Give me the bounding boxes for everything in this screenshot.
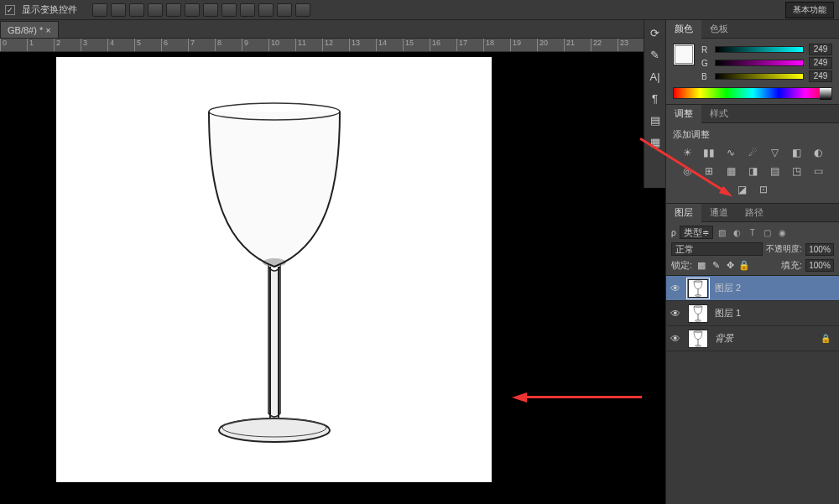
checkbox-label: 显示变换控件: [22, 3, 77, 16]
b-value[interactable]: 249: [809, 70, 832, 82]
align-icon[interactable]: [277, 3, 292, 17]
align-icon[interactable]: [111, 3, 126, 17]
b-slider[interactable]: [715, 73, 804, 80]
layer-name[interactable]: 背景: [715, 332, 733, 345]
brightness-icon[interactable]: ☀: [679, 146, 696, 159]
canvas[interactable]: [56, 57, 492, 482]
align-icon[interactable]: [221, 3, 237, 17]
document-tab[interactable]: GB/8#) * ×: [0, 21, 59, 38]
align-icon[interactable]: [92, 3, 107, 17]
filter-pixel-icon[interactable]: ▧: [717, 226, 728, 238]
r-label: R: [701, 45, 710, 55]
ruler-tick: 12: [322, 39, 349, 52]
align-icon[interactable]: [185, 3, 200, 17]
checkbox[interactable]: ✓: [5, 5, 15, 15]
g-slider[interactable]: [715, 60, 804, 66]
brush-icon[interactable]: ✎: [647, 47, 664, 62]
svg-point-1: [219, 418, 330, 442]
layer-name[interactable]: 图层 1: [715, 307, 741, 320]
foreground-color-swatch[interactable]: [673, 44, 695, 65]
filter-adjust-icon[interactable]: ◐: [732, 226, 743, 238]
opacity-label: 不透明度:: [766, 243, 802, 255]
ruler-tick: 11: [295, 39, 322, 52]
ruler-horizontal: 01234567891011121314151617181920212223: [0, 39, 665, 52]
tab-color[interactable]: 颜色: [666, 20, 701, 39]
layer-row[interactable]: 👁图层 1: [666, 301, 839, 326]
align-icon[interactable]: [166, 3, 181, 17]
ruler-tick: 13: [349, 39, 376, 52]
filter-text-icon[interactable]: T: [747, 226, 758, 238]
layer-row[interactable]: 👁背景🔒: [666, 326, 839, 351]
lock-transparent-icon[interactable]: ▩: [696, 260, 707, 272]
panel-icon[interactable]: ▤: [647, 112, 664, 127]
visibility-eye-icon[interactable]: 👁: [670, 308, 681, 320]
layer-thumbnail[interactable]: [688, 304, 708, 323]
bw-icon[interactable]: ◐: [810, 146, 826, 159]
svg-point-6: [696, 294, 701, 296]
ruler-tick: 8: [215, 39, 242, 52]
vibrance-icon[interactable]: ▽: [766, 146, 783, 159]
color-panel: 颜色 色板 R249 G249 B249: [666, 20, 839, 104]
ruler-tick: 17: [456, 39, 483, 52]
invert-icon[interactable]: ◨: [744, 164, 761, 178]
ruler-tick: 1: [27, 39, 54, 52]
history-icon[interactable]: ⟳: [647, 25, 664, 40]
ruler-tick: 7: [188, 39, 215, 52]
lock-position-icon[interactable]: ✥: [724, 260, 736, 272]
tab-paths[interactable]: 路径: [737, 204, 772, 222]
svg-point-4: [694, 280, 702, 281]
r-slider[interactable]: [715, 46, 804, 53]
ruler-tick: 22: [591, 39, 618, 52]
fill-value[interactable]: 100%: [805, 259, 834, 272]
align-icon[interactable]: [258, 3, 274, 17]
filter-shape-icon[interactable]: ▢: [762, 226, 774, 238]
canvas-area: [0, 52, 665, 504]
dock-strip: ⟳ ✎ A| ¶ ▤ ▦: [644, 20, 665, 188]
visibility-eye-icon[interactable]: 👁: [670, 333, 681, 345]
tab-swatches[interactable]: 色板: [701, 20, 737, 39]
align-icon[interactable]: [148, 3, 163, 17]
lock-icon: 🔒: [821, 334, 831, 343]
align-icon[interactable]: [129, 3, 144, 17]
workspace-preset[interactable]: 基本功能: [785, 2, 834, 18]
char-icon[interactable]: A|: [647, 69, 664, 84]
filter-smart-icon[interactable]: ◉: [777, 226, 789, 238]
tab-adjustments[interactable]: 调整: [666, 105, 701, 123]
layer-row[interactable]: 👁图层 2: [666, 276, 839, 301]
threshold-icon[interactable]: ◳: [788, 164, 805, 178]
align-icon[interactable]: [295, 3, 310, 17]
visibility-eye-icon[interactable]: 👁: [670, 283, 681, 294]
svg-point-12: [696, 345, 701, 346]
layer-thumbnail[interactable]: [688, 330, 708, 348]
align-icon[interactable]: [203, 3, 218, 17]
svg-point-3: [263, 258, 286, 267]
r-value[interactable]: 249: [809, 44, 832, 55]
ruler-tick: 0: [0, 39, 27, 52]
opacity-value[interactable]: 100%: [805, 243, 834, 256]
tab-styles[interactable]: 样式: [701, 105, 737, 123]
layer-thumbnail[interactable]: [688, 279, 708, 298]
g-label: G: [701, 59, 710, 68]
g-value[interactable]: 249: [809, 57, 832, 69]
adjustments-title: 添加调整: [666, 123, 839, 146]
selective-icon[interactable]: ◪: [733, 183, 750, 196]
lock-all-icon[interactable]: 🔒: [738, 260, 750, 272]
exposure-icon[interactable]: ☄: [744, 146, 761, 159]
lock-pixels-icon[interactable]: ✎: [710, 260, 722, 272]
align-icon[interactable]: [240, 3, 255, 17]
curves-icon[interactable]: ∿: [722, 146, 739, 159]
ruler-tick: 2: [54, 39, 81, 52]
ruler-tick: 19: [510, 39, 537, 52]
layer-name[interactable]: 图层 2: [715, 282, 741, 294]
gradient-map-icon[interactable]: ▭: [810, 164, 826, 178]
hue-icon[interactable]: ◧: [788, 146, 805, 159]
ruler-tick: 18: [483, 39, 510, 52]
levels-icon[interactable]: ▮▮: [701, 146, 717, 159]
more-icon[interactable]: ⊡: [755, 183, 772, 196]
hue-strip[interactable]: [673, 87, 832, 99]
para-icon[interactable]: ¶: [647, 91, 664, 106]
lookup-icon[interactable]: ▦: [722, 164, 739, 178]
posterize-icon[interactable]: ▤: [766, 164, 783, 178]
annotation-arrow: [512, 386, 646, 403]
ruler-tick: 20: [537, 39, 564, 52]
